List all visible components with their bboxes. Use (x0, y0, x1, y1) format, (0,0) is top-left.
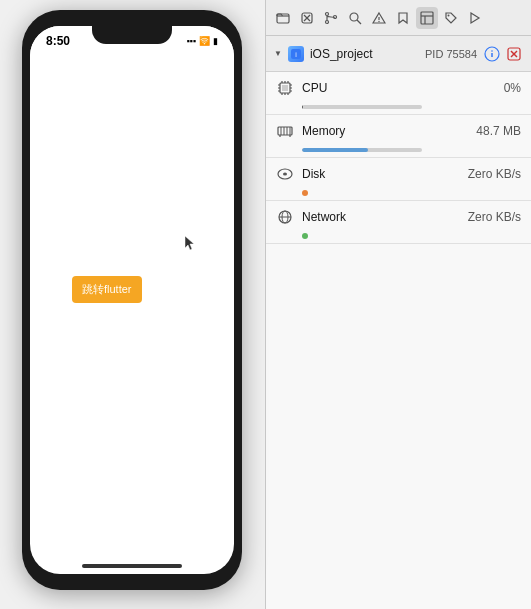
status-bar: 8:50 ▪▪▪ 🛜 ▮ (30, 26, 234, 56)
memory-icon (276, 122, 294, 140)
network-icon (276, 208, 294, 226)
metric-item-cpu: CPU 0% (266, 72, 531, 115)
cpu-bar-container (302, 105, 422, 109)
process-name: iOS_project (310, 47, 419, 61)
bookmark-icon[interactable] (392, 7, 414, 29)
process-pid: PID 75584 (425, 48, 477, 60)
warning-icon[interactable] (368, 7, 390, 29)
memory-value: 48.7 MB (476, 124, 521, 138)
svg-point-46 (283, 173, 287, 176)
svg-point-5 (326, 20, 329, 23)
mouse-cursor (185, 236, 197, 252)
svg-point-20 (491, 50, 493, 52)
battery-icon: ▮ (213, 36, 218, 46)
svg-line-8 (357, 20, 361, 24)
disk-value: Zero KB/s (468, 167, 521, 181)
metric-network-row: Network Zero KB/s (276, 201, 521, 233)
metric-disk-row: Disk Zero KB/s (276, 158, 521, 190)
cpu-bar-fill (302, 105, 303, 109)
cpu-bar-row (276, 104, 521, 114)
process-stop-button[interactable] (505, 45, 523, 63)
memory-bar-row (276, 147, 521, 157)
tag-icon[interactable] (440, 7, 462, 29)
metric-item-disk: Disk Zero KB/s (266, 158, 531, 201)
disk-dot-indicator (302, 190, 308, 196)
process-expand-triangle[interactable]: ▼ (274, 49, 282, 58)
stop-icon[interactable] (296, 7, 318, 29)
disk-label: Disk (302, 167, 460, 181)
metrics-list: CPU 0% Memory 48.7 MB (266, 72, 531, 341)
process-info-button[interactable] (483, 45, 501, 63)
status-time: 8:50 (46, 34, 70, 48)
folder-icon[interactable] (272, 7, 294, 29)
simulator-panel: 8:50 ▪▪▪ 🛜 ▮ 跳转flutter (0, 0, 265, 609)
flutter-jump-button[interactable]: 跳转flutter (72, 276, 142, 303)
svg-point-10 (378, 20, 379, 21)
network-value: Zero KB/s (468, 210, 521, 224)
debug-toolbar (266, 0, 531, 36)
debug-panel: ▼ i iOS_project PID 75584 CPU 0% (265, 0, 531, 609)
metric-item-network: Network Zero KB/s (266, 201, 531, 244)
cpu-label: CPU (302, 81, 496, 95)
network-bar-row (276, 233, 521, 243)
play-icon[interactable] (464, 7, 486, 29)
table-icon[interactable] (416, 7, 438, 29)
iphone-screen: 8:50 ▪▪▪ 🛜 ▮ 跳转flutter (30, 26, 234, 574)
metric-memory-row: Memory 48.7 MB (276, 115, 521, 147)
svg-marker-15 (471, 13, 479, 23)
network-dot-indicator (302, 233, 308, 239)
cpu-value: 0% (504, 81, 521, 95)
search-icon[interactable] (344, 7, 366, 29)
memory-label: Memory (302, 124, 468, 138)
process-row: ▼ i iOS_project PID 75584 (266, 36, 531, 72)
svg-rect-25 (282, 85, 288, 91)
metric-item-memory: Memory 48.7 MB (266, 115, 531, 158)
empty-area (266, 341, 531, 610)
notch (92, 26, 172, 44)
metric-cpu-row: CPU 0% (276, 72, 521, 104)
cpu-icon (276, 79, 294, 97)
signal-icon: ▪▪▪ (186, 36, 196, 46)
status-icons: ▪▪▪ 🛜 ▮ (186, 36, 218, 46)
svg-point-14 (448, 14, 450, 16)
svg-point-7 (350, 13, 358, 21)
process-actions (483, 45, 523, 63)
svg-rect-11 (421, 12, 433, 24)
disk-bar-row (276, 190, 521, 200)
process-app-icon: i (288, 46, 304, 62)
network-label: Network (302, 210, 460, 224)
memory-bar-fill (302, 148, 368, 152)
home-indicator (82, 564, 182, 568)
memory-bar-container (302, 148, 422, 152)
branch-icon[interactable] (320, 7, 342, 29)
disk-icon (276, 165, 294, 183)
svg-point-4 (326, 12, 329, 15)
svg-rect-0 (277, 14, 289, 23)
iphone-frame: 8:50 ▪▪▪ 🛜 ▮ 跳转flutter (22, 10, 242, 590)
wifi-icon: 🛜 (199, 36, 210, 46)
